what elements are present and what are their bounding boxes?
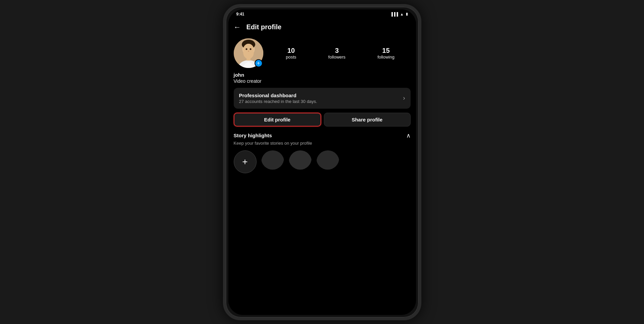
followers-label: followers bbox=[328, 55, 345, 60]
phone-screen: 9:41 ▐▐▐ ▲ ▮ ← Edit profile bbox=[228, 9, 416, 315]
stats-row: 10 posts 3 followers 15 following bbox=[270, 47, 411, 60]
profile-section: + 10 posts 3 followers 15 fo bbox=[228, 34, 416, 173]
following-label: following bbox=[377, 55, 394, 60]
story-highlights-subtitle: Keep your favorite stories on your profi… bbox=[234, 141, 411, 146]
action-buttons: Edit profile Share profile bbox=[234, 113, 411, 127]
status-icons: ▐▐▐ ▲ ▮ bbox=[390, 12, 408, 16]
highlight-circle-3 bbox=[316, 150, 339, 173]
chevron-right-icon: › bbox=[403, 95, 405, 102]
add-icon: + bbox=[242, 156, 248, 167]
svg-point-6 bbox=[248, 50, 249, 51]
avatar-add-button[interactable]: + bbox=[255, 59, 263, 67]
svg-point-4 bbox=[245, 48, 247, 50]
following-count: 15 bbox=[382, 47, 390, 55]
highlight-item-3[interactable] bbox=[316, 150, 339, 173]
pro-dashboard-subtitle: 27 accounts reached in the last 30 days. bbox=[239, 99, 317, 104]
avatar-container[interactable]: + bbox=[234, 38, 263, 68]
stat-followers[interactable]: 3 followers bbox=[328, 47, 345, 60]
highlight-circle-2 bbox=[289, 150, 312, 173]
stat-following[interactable]: 15 following bbox=[377, 47, 394, 60]
status-bar: 9:41 ▐▐▐ ▲ ▮ bbox=[228, 9, 416, 19]
edit-profile-button[interactable]: Edit profile bbox=[234, 113, 321, 127]
followers-count: 3 bbox=[335, 47, 339, 55]
svg-rect-7 bbox=[247, 56, 251, 61]
svg-point-5 bbox=[250, 48, 251, 50]
pro-dashboard-text: Professional dashboard 27 accounts reach… bbox=[239, 93, 317, 104]
signal-icon: ▐▐▐ bbox=[390, 12, 398, 16]
profile-username: john bbox=[234, 72, 411, 78]
share-profile-button[interactable]: Share profile bbox=[324, 113, 411, 127]
professional-dashboard[interactable]: Professional dashboard 27 accounts reach… bbox=[234, 88, 411, 109]
pro-dashboard-title: Professional dashboard bbox=[239, 93, 317, 98]
highlights-row: + bbox=[234, 150, 411, 173]
posts-label: posts bbox=[286, 55, 296, 60]
highlight-item-2[interactable] bbox=[289, 150, 312, 173]
profile-bio: Video creator bbox=[234, 78, 411, 84]
wifi-icon: ▲ bbox=[400, 12, 404, 16]
profile-top: + 10 posts 3 followers 15 fo bbox=[234, 38, 411, 68]
battery-icon: ▮ bbox=[406, 12, 408, 16]
back-button[interactable]: ← bbox=[234, 23, 241, 32]
highlight-add[interactable]: + bbox=[234, 150, 257, 173]
highlight-circle-1 bbox=[261, 150, 284, 173]
phone-device: 9:41 ▐▐▐ ▲ ▮ ← Edit profile bbox=[223, 4, 421, 320]
add-highlight-circle: + bbox=[234, 150, 257, 173]
app-content: ← Edit profile bbox=[228, 19, 416, 315]
stat-posts[interactable]: 10 posts bbox=[286, 47, 296, 60]
highlight-item-1[interactable] bbox=[261, 150, 284, 173]
posts-count: 10 bbox=[287, 47, 295, 55]
story-highlights-title: Story highlights bbox=[234, 133, 272, 138]
status-time: 9:41 bbox=[236, 12, 244, 16]
story-highlights-header: Story highlights ∧ bbox=[234, 132, 411, 139]
chevron-up-icon[interactable]: ∧ bbox=[406, 132, 411, 139]
app-header: ← Edit profile bbox=[228, 19, 416, 34]
page-title: Edit profile bbox=[247, 23, 281, 31]
